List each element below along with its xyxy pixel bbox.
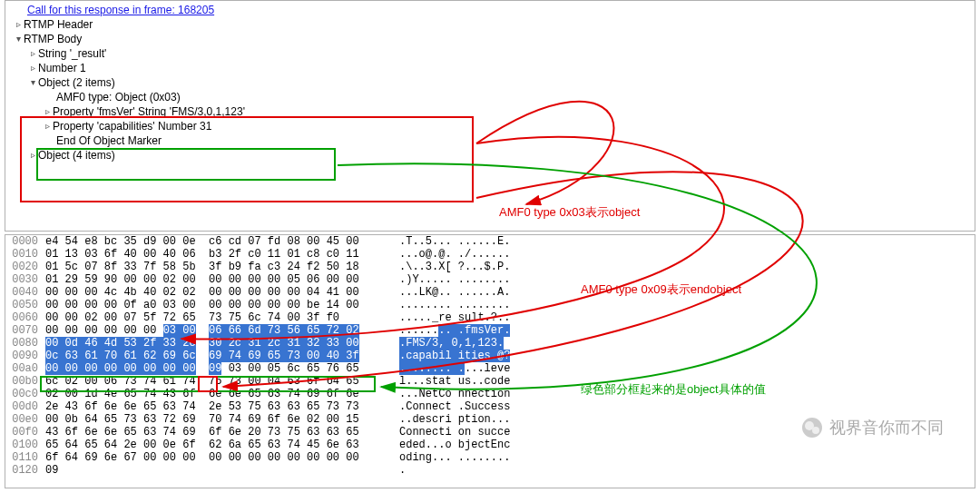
- hex-offset: 00d0: [5, 400, 45, 413]
- hex-bytes[interactable]: 0c 63 61 70 61 62 69 6c 69 74 69 65 73 0…: [45, 350, 399, 362]
- tree-row[interactable]: AMF0 type: Object (0x03): [5, 90, 975, 104]
- hex-bytes[interactable]: 00 0d 46 4d 53 2f 33 2c 30 2c 31 2c 31 3…: [45, 337, 399, 350]
- tree-row[interactable]: ▾ Object (2 items): [5, 75, 975, 90]
- hex-offset: 0030: [5, 273, 45, 286]
- hex-bytes[interactable]: 43 6f 6e 6e 65 63 74 69 6f 6e 20 73 75 6…: [45, 426, 399, 439]
- hex-bytes[interactable]: 65 64 65 64 2e 00 0e 6f 62 6a 65 63 74 4…: [45, 439, 399, 451]
- hex-bytes[interactable]: e4 54 e8 bc 35 d9 00 0e c6 cd 07 fd 08 0…: [45, 235, 399, 248]
- hex-offset: 0000: [5, 235, 45, 248]
- hex-ascii: ...o@.@. ./......: [399, 248, 535, 261]
- hex-offset: 0060: [5, 311, 45, 324]
- hex-bytes[interactable]: 01 5c 07 8f 33 7f 58 5b 3f b9 fa c3 24 f…: [45, 261, 399, 273]
- amf0-type-label: AMF0 type: Object (0x03): [56, 90, 181, 104]
- hex-offset: 0050: [5, 299, 45, 311]
- hex-ascii: ..descri ption...: [399, 413, 535, 426]
- hex-row[interactable]: 0000e4 54 e8 bc 35 d9 00 0e c6 cd 07 fd …: [5, 235, 975, 248]
- hex-bytes[interactable]: 6c 02 00 06 73 74 61 74 75 73 00 04 63 6…: [45, 375, 399, 388]
- hex-row[interactable]: 005000 00 00 00 0f a0 03 00 00 00 00 00 …: [5, 299, 975, 311]
- hex-row[interactable]: 008000 0d 46 4d 53 2f 33 2c 30 2c 31 2c …: [5, 337, 975, 350]
- hex-bytes[interactable]: 00 00 02 00 07 5f 72 65 73 75 6c 74 00 3…: [45, 311, 399, 324]
- hex-bytes[interactable]: 00 00 00 00 00 00 00 00 09 03 00 05 6c 6…: [45, 362, 399, 375]
- hex-bytes[interactable]: 01 29 59 90 00 00 02 00 00 00 00 00 05 0…: [45, 273, 399, 286]
- tree-row[interactable]: ▹ RTMP Header: [5, 17, 975, 32]
- hex-row[interactable]: 002001 5c 07 8f 33 7f 58 5b 3f b9 fa c3 …: [5, 261, 975, 273]
- hex-ascii: .)Y..... ........: [399, 273, 535, 286]
- hex-row[interactable]: 00f043 6f 6e 6e 65 63 74 69 6f 6e 20 73 …: [5, 426, 975, 439]
- tree-row[interactable]: ▹ Property 'capabilities' Number 31: [5, 119, 975, 133]
- hex-bytes[interactable]: 00 00 00 00 00 00 03 00 06 66 6d 73 56 6…: [45, 324, 399, 337]
- prop-fmsver-label: Property 'fmsVer' String 'FMS/3,0,1,123': [53, 104, 245, 119]
- hex-dump-pane[interactable]: 0000e4 54 e8 bc 35 d9 00 0e c6 cd 07 fd …: [5, 234, 975, 488]
- response-frame-link[interactable]: Call for this response in frame: 168205: [27, 3, 214, 17]
- tree-row[interactable]: ▹ String '_result': [5, 46, 975, 61]
- hex-row[interactable]: 00a000 00 00 00 00 00 00 00 09 03 00 05 …: [5, 362, 975, 375]
- hex-bytes[interactable]: 02 00 1d 4e 65 74 43 6f 6e 6e 65 63 74 6…: [45, 388, 399, 400]
- hex-ascii: oding... ........: [399, 451, 535, 464]
- hex-row[interactable]: 00c002 00 1d 4e 65 74 43 6f 6e 6e 65 63 …: [5, 388, 975, 400]
- hex-offset: 0100: [5, 439, 45, 451]
- number1-label: Number 1: [38, 61, 86, 75]
- hex-ascii: .: [399, 464, 535, 477]
- hex-offset: 0010: [5, 248, 45, 261]
- hex-row[interactable]: 00d02e 43 6f 6e 6e 65 63 74 2e 53 75 63 …: [5, 400, 975, 413]
- hex-ascii: .\..3.X[ ?...$.P.: [399, 261, 535, 273]
- hex-ascii: eded...o bjectEnc: [399, 439, 535, 451]
- hex-ascii: .capabil ities.@?: [399, 350, 535, 362]
- tree-link-row[interactable]: Call for this response in frame: 168205: [5, 3, 975, 17]
- hex-offset: 00e0: [5, 413, 45, 426]
- hex-ascii: ....._re sult.?..: [399, 311, 535, 324]
- hex-row[interactable]: 007000 00 00 00 00 00 03 00 06 66 6d 73 …: [5, 324, 975, 337]
- hex-row[interactable]: 004000 00 00 4c 4b 40 02 02 00 00 00 00 …: [5, 286, 975, 299]
- chevron-right-icon[interactable]: ▹: [42, 119, 53, 133]
- hex-row[interactable]: 00b06c 02 00 06 73 74 61 74 75 73 00 04 …: [5, 375, 975, 388]
- hex-bytes[interactable]: 09: [45, 464, 399, 477]
- hex-offset: 0070: [5, 324, 45, 337]
- prop-cap-label: Property 'capabilities' Number 31: [53, 119, 211, 133]
- hex-offset: 0080: [5, 337, 45, 350]
- hex-offset: 0090: [5, 350, 45, 362]
- chevron-right-icon[interactable]: ▹: [13, 17, 24, 32]
- chevron-down-icon[interactable]: ▾: [13, 32, 24, 46]
- chevron-down-icon[interactable]: ▾: [27, 75, 38, 90]
- hex-ascii: .FMS/3, 0,1,123.: [399, 337, 535, 350]
- hex-row[interactable]: 006000 00 02 00 07 5f 72 65 73 75 6c 74 …: [5, 311, 975, 324]
- string-result-label: String '_result': [38, 46, 106, 61]
- tree-row[interactable]: ▹ Property 'fmsVer' String 'FMS/3,0,1,12…: [5, 104, 975, 119]
- rtmp-body-label: RTMP Body: [24, 32, 82, 46]
- hex-bytes[interactable]: 00 00 00 00 0f a0 03 00 00 00 00 00 00 b…: [45, 299, 399, 311]
- hex-row[interactable]: 00e000 0b 64 65 73 63 72 69 70 74 69 6f …: [5, 413, 975, 426]
- chevron-right-icon[interactable]: ▹: [27, 148, 38, 163]
- protocol-tree-pane[interactable]: Call for this response in frame: 168205 …: [5, 0, 975, 232]
- hex-offset: 0020: [5, 261, 45, 273]
- hex-row[interactable]: 01106f 64 69 6e 67 00 00 00 00 00 00 00 …: [5, 451, 975, 464]
- hex-offset: 0120: [5, 464, 45, 477]
- hex-offset: 00f0: [5, 426, 45, 439]
- tree-row[interactable]: ▹ Number 1: [5, 61, 975, 75]
- hex-ascii: .Connect .Success: [399, 400, 535, 413]
- tree-row[interactable]: ▹ Object (4 items): [5, 148, 975, 163]
- hex-row[interactable]: 010065 64 65 64 2e 00 0e 6f 62 6a 65 63 …: [5, 439, 975, 451]
- hex-offset: 00b0: [5, 375, 45, 388]
- tree-row[interactable]: ▾ RTMP Body: [5, 32, 975, 46]
- hex-bytes[interactable]: 6f 64 69 6e 67 00 00 00 00 00 00 00 00 0…: [45, 451, 399, 464]
- hex-offset: 0040: [5, 286, 45, 299]
- hex-ascii: Connecti on succe: [399, 426, 535, 439]
- hex-bytes[interactable]: 00 00 00 4c 4b 40 02 02 00 00 00 00 00 0…: [45, 286, 399, 299]
- hex-ascii: l...stat us..code: [399, 375, 535, 388]
- hex-offset: 00a0: [5, 362, 45, 375]
- hex-offset: 0110: [5, 451, 45, 464]
- hex-row[interactable]: 012009 .: [5, 464, 975, 477]
- hex-row[interactable]: 001001 13 03 6f 40 00 40 06 b3 2f c0 11 …: [5, 248, 975, 261]
- chevron-right-icon[interactable]: ▹: [27, 46, 38, 61]
- hex-bytes[interactable]: 2e 43 6f 6e 6e 65 63 74 2e 53 75 63 63 6…: [45, 400, 399, 413]
- hex-ascii: ........ .fmsVer.: [399, 324, 535, 337]
- chevron-right-icon[interactable]: ▹: [27, 61, 38, 75]
- hex-bytes[interactable]: 00 0b 64 65 73 63 72 69 70 74 69 6f 6e 0…: [45, 413, 399, 426]
- hex-bytes[interactable]: 01 13 03 6f 40 00 40 06 b3 2f c0 11 01 c…: [45, 248, 399, 261]
- chevron-right-icon[interactable]: ▹: [42, 104, 53, 119]
- tree-row[interactable]: End Of Object Marker: [5, 133, 975, 148]
- object2-label: Object (2 items): [38, 75, 115, 90]
- hex-row[interactable]: 003001 29 59 90 00 00 02 00 00 00 00 00 …: [5, 273, 975, 286]
- hex-row[interactable]: 00900c 63 61 70 61 62 69 6c 69 74 69 65 …: [5, 350, 975, 362]
- hex-offset: 00c0: [5, 388, 45, 400]
